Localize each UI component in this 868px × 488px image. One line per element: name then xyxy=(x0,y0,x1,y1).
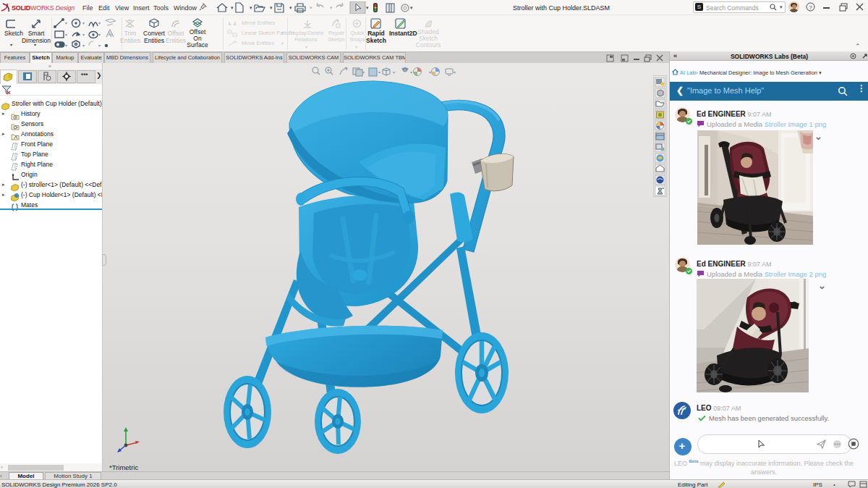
svg-text:▾: ▾ xyxy=(65,21,67,25)
svg-text:▾: ▾ xyxy=(98,43,101,48)
svg-text:▾: ▾ xyxy=(65,43,67,48)
svg-text:?: ? xyxy=(809,4,812,11)
svg-text:▾: ▾ xyxy=(65,33,67,37)
svg-text:▾: ▾ xyxy=(82,43,85,48)
svg-text:▾: ▾ xyxy=(82,21,85,25)
svg-text:▾: ▾ xyxy=(98,21,101,25)
svg-text:▾: ▾ xyxy=(82,33,85,37)
svg-text:▾: ▾ xyxy=(98,33,101,37)
